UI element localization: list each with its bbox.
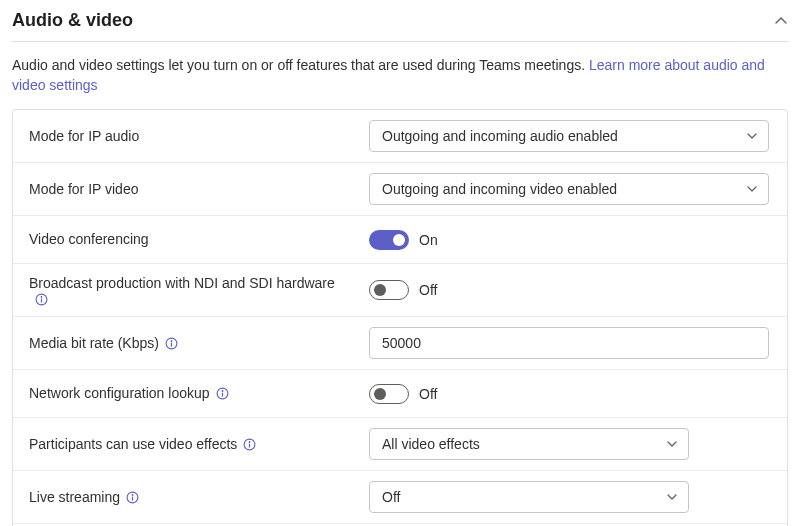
label-broadcast-production: Broadcast production with NDI and SDI ha…	[29, 274, 369, 306]
toggle-state-label: Off	[419, 282, 437, 298]
row-video-conferencing: Video conferencing On	[13, 215, 787, 263]
label-ip-video-mode: Mode for IP video	[29, 180, 369, 199]
svg-point-1	[41, 296, 43, 298]
svg-rect-8	[221, 393, 222, 397]
row-network-lookup: Network configuration lookup Off	[13, 369, 787, 417]
select-ip-video-mode[interactable]: Outgoing and incoming video enabled	[369, 173, 769, 205]
svg-point-13	[132, 494, 134, 496]
select-value: Outgoing and incoming video enabled	[382, 181, 617, 197]
toggle-state-label: Off	[419, 386, 437, 402]
svg-rect-2	[41, 299, 42, 303]
label-media-bit-rate: Media bit rate (Kbps)	[29, 334, 369, 353]
select-value: Outgoing and incoming audio enabled	[382, 128, 618, 144]
svg-point-7	[221, 390, 223, 392]
row-ip-video-mode: Mode for IP video Outgoing and incoming …	[13, 162, 787, 215]
label-network-lookup: Network configuration lookup	[29, 384, 369, 403]
svg-rect-11	[249, 443, 250, 447]
input-media-bit-rate[interactable]	[369, 327, 769, 359]
toggle-broadcast-production[interactable]	[369, 280, 409, 300]
toggle-video-conferencing[interactable]	[369, 230, 409, 250]
row-ip-audio-mode: Mode for IP audio Outgoing and incoming …	[13, 110, 787, 162]
label-video-conferencing: Video conferencing	[29, 230, 369, 249]
row-media-bit-rate: Media bit rate (Kbps)	[13, 316, 787, 369]
toggle-network-lookup[interactable]	[369, 384, 409, 404]
intro-text: Audio and video settings let you turn on…	[12, 57, 589, 73]
info-icon[interactable]	[165, 337, 178, 350]
info-icon[interactable]	[216, 387, 229, 400]
settings-panel: Mode for IP audio Outgoing and incoming …	[12, 109, 788, 526]
select-video-effects[interactable]: All video effects	[369, 428, 689, 460]
section-intro: Audio and video settings let you turn on…	[12, 56, 788, 95]
chevron-down-icon	[666, 491, 678, 503]
info-icon[interactable]	[126, 491, 139, 504]
label-ip-audio-mode: Mode for IP audio	[29, 127, 369, 146]
select-value: Off	[382, 489, 400, 505]
row-video-effects: Participants can use video effects All v…	[13, 417, 787, 470]
row-broadcast-production: Broadcast production with NDI and SDI ha…	[13, 263, 787, 316]
toggle-state-label: On	[419, 232, 438, 248]
info-icon[interactable]	[243, 438, 256, 451]
label-live-streaming: Live streaming	[29, 488, 369, 507]
select-value: All video effects	[382, 436, 480, 452]
svg-rect-5	[171, 342, 172, 346]
row-live-streaming: Live streaming Off	[13, 470, 787, 523]
chevron-down-icon	[746, 130, 758, 142]
chevron-up-icon[interactable]	[774, 14, 788, 28]
svg-point-4	[171, 340, 173, 342]
svg-rect-14	[132, 496, 133, 500]
section-header: Audio & video	[12, 6, 788, 42]
svg-point-10	[249, 441, 251, 443]
select-live-streaming[interactable]: Off	[369, 481, 689, 513]
chevron-down-icon	[666, 438, 678, 450]
chevron-down-icon	[746, 183, 758, 195]
select-ip-audio-mode[interactable]: Outgoing and incoming audio enabled	[369, 120, 769, 152]
section-title: Audio & video	[12, 10, 133, 31]
info-icon[interactable]	[35, 293, 48, 306]
label-video-effects: Participants can use video effects	[29, 435, 369, 454]
